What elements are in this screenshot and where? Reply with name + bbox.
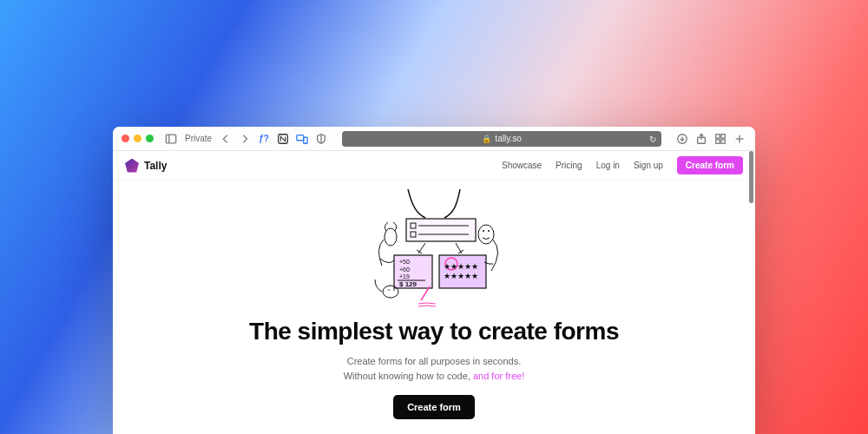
- nav-links: Showcase Pricing Log in Sign up Create f…: [502, 156, 743, 174]
- hero-illustration: +50 +60 +19 $ 129 ★★★★★ ★★★★★: [339, 189, 529, 311]
- hero-headline: The simplest way to create forms: [139, 318, 729, 345]
- devices-icon[interactable]: [295, 132, 309, 146]
- tabs-overview-icon[interactable]: [713, 132, 727, 146]
- svg-text:★★★★★: ★★★★★: [444, 272, 478, 280]
- url-text: tally.so: [495, 134, 521, 143]
- hero-subtext-line2: Without knowing how to code, and for fre…: [139, 369, 729, 384]
- svg-point-29: [385, 228, 397, 246]
- hero-create-form-button[interactable]: Create form: [393, 395, 475, 419]
- svg-point-34: [388, 289, 390, 291]
- shield-icon[interactable]: [314, 132, 328, 146]
- back-icon[interactable]: [219, 132, 233, 146]
- svg-rect-9: [721, 134, 725, 137]
- sidebar-toggle-icon[interactable]: [164, 132, 178, 146]
- private-mode-label: Private: [185, 134, 212, 143]
- address-bar[interactable]: 🔒 tally.so ↻: [342, 131, 661, 147]
- traffic-lights: [122, 135, 154, 142]
- minimize-window-icon[interactable]: [134, 135, 141, 142]
- notion-extension-icon[interactable]: [276, 132, 290, 146]
- forward-icon[interactable]: [238, 132, 252, 146]
- share-icon[interactable]: [694, 132, 708, 146]
- nav-pricing[interactable]: Pricing: [556, 161, 582, 170]
- svg-rect-10: [716, 139, 720, 142]
- hero-subtext-line1: Create forms for all purposes in seconds…: [139, 354, 729, 369]
- svg-text:+60: +60: [399, 266, 410, 273]
- extension-icon[interactable]: ƒ?: [257, 132, 271, 146]
- svg-rect-14: [406, 219, 476, 241]
- svg-text:+19: +19: [399, 273, 410, 279]
- nav-login[interactable]: Log in: [596, 161, 620, 170]
- lock-icon: 🔒: [482, 135, 491, 143]
- browser-chrome-toolbar: Private ƒ? 🔒 tally.so ↻: [113, 127, 755, 151]
- svg-text:$ 129: $ 129: [399, 280, 418, 288]
- nav-showcase[interactable]: Showcase: [502, 161, 542, 170]
- scrollbar-thumb[interactable]: [749, 151, 753, 203]
- reload-icon[interactable]: ↻: [649, 134, 656, 143]
- svg-point-33: [383, 286, 398, 298]
- site-nav: Tally Showcase Pricing Log in Sign up Cr…: [113, 151, 755, 181]
- hero-subtext-line2a: Without knowing how to code,: [344, 371, 473, 381]
- nav-signup[interactable]: Sign up: [634, 161, 663, 170]
- svg-rect-3: [297, 135, 304, 140]
- svg-rect-0: [166, 135, 175, 143]
- download-icon[interactable]: [675, 132, 689, 146]
- svg-rect-8: [716, 134, 720, 137]
- brand[interactable]: Tally: [125, 159, 167, 173]
- nav-create-form-button[interactable]: Create form: [677, 156, 743, 174]
- tally-logo-icon: [125, 159, 139, 173]
- svg-point-32: [488, 230, 490, 232]
- brand-name: Tally: [144, 160, 167, 172]
- close-window-icon[interactable]: [122, 135, 129, 142]
- svg-text:+50: +50: [399, 259, 410, 265]
- maximize-window-icon[interactable]: [146, 135, 154, 142]
- svg-rect-4: [304, 137, 307, 143]
- svg-rect-11: [721, 139, 725, 142]
- svg-text:★★★★★: ★★★★★: [444, 262, 478, 271]
- svg-point-31: [483, 230, 484, 232]
- browser-window: Private ƒ? 🔒 tally.so ↻: [113, 127, 755, 434]
- hero-subtext-free: and for free!: [473, 371, 524, 381]
- svg-point-30: [478, 225, 494, 244]
- scrollbar-track[interactable]: [749, 151, 753, 434]
- svg-point-35: [393, 289, 395, 291]
- new-tab-icon[interactable]: [733, 132, 746, 146]
- hero-section: +50 +60 +19 $ 129 ★★★★★ ★★★★★: [113, 181, 755, 434]
